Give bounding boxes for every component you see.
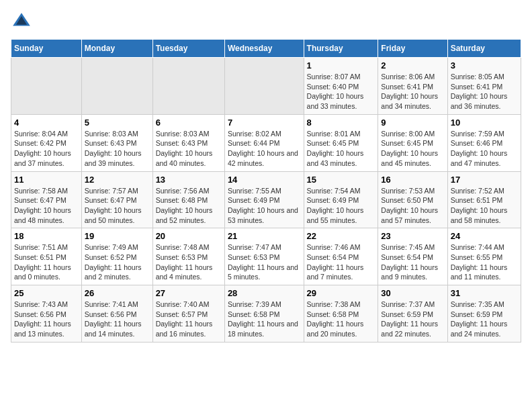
date-number: 10 (451, 118, 518, 128)
date-number: 18 (14, 231, 79, 241)
calendar-cell: 11Sunrise: 7:58 AMSunset: 6:47 PMDayligh… (11, 171, 82, 228)
cell-info: Sunrise: 7:40 AMSunset: 6:57 PMDaylight:… (156, 300, 213, 338)
cell-info: Sunrise: 7:56 AMSunset: 6:48 PMDaylight:… (156, 187, 213, 224)
date-number: 5 (85, 118, 150, 128)
day-header: Tuesday (152, 40, 224, 58)
calendar-cell: 18Sunrise: 7:51 AMSunset: 6:51 PMDayligh… (11, 228, 82, 285)
cell-info: Sunrise: 8:03 AMSunset: 6:43 PMDaylight:… (156, 130, 213, 167)
cell-info: Sunrise: 7:57 AMSunset: 6:47 PMDaylight:… (85, 187, 142, 224)
cell-info: Sunrise: 8:07 AMSunset: 6:40 PMDaylight:… (307, 73, 364, 110)
date-number: 2 (381, 60, 444, 71)
cell-info: Sunrise: 7:35 AMSunset: 6:59 PMDaylight:… (451, 300, 508, 338)
calendar-cell (11, 58, 82, 115)
date-number: 15 (307, 175, 375, 185)
header (11, 11, 521, 32)
cell-info: Sunrise: 7:52 AMSunset: 6:51 PMDaylight:… (451, 187, 508, 224)
date-number: 3 (451, 60, 518, 71)
cell-info: Sunrise: 8:05 AMSunset: 6:41 PMDaylight:… (451, 73, 508, 110)
cell-info: Sunrise: 8:01 AMSunset: 6:45 PMDaylight:… (307, 130, 364, 167)
calendar-cell: 29Sunrise: 7:38 AMSunset: 6:58 PMDayligh… (304, 285, 378, 342)
date-number: 28 (228, 288, 301, 298)
cell-info: Sunrise: 7:49 AMSunset: 6:52 PMDaylight:… (85, 243, 142, 281)
calendar-week-row: 4Sunrise: 8:04 AMSunset: 6:42 PMDaylight… (11, 114, 521, 171)
calendar-cell: 7Sunrise: 8:02 AMSunset: 6:44 PMDaylight… (224, 114, 304, 171)
calendar-cell: 26Sunrise: 7:41 AMSunset: 6:56 PMDayligh… (81, 285, 152, 342)
calendar-week-row: 11Sunrise: 7:58 AMSunset: 6:47 PMDayligh… (11, 171, 521, 228)
calendar-cell: 30Sunrise: 7:37 AMSunset: 6:59 PMDayligh… (378, 285, 447, 342)
calendar-cell: 28Sunrise: 7:39 AMSunset: 6:58 PMDayligh… (224, 285, 304, 342)
calendar-cell: 4Sunrise: 8:04 AMSunset: 6:42 PMDaylight… (11, 114, 82, 171)
date-number: 11 (14, 175, 79, 185)
cell-info: Sunrise: 7:54 AMSunset: 6:49 PMDaylight:… (307, 187, 364, 224)
cell-info: Sunrise: 7:46 AMSunset: 6:54 PMDaylight:… (307, 243, 364, 281)
calendar-cell: 20Sunrise: 7:48 AMSunset: 6:53 PMDayligh… (152, 228, 224, 285)
date-number: 1 (307, 60, 375, 71)
date-number: 25 (14, 288, 79, 298)
calendar-cell: 9Sunrise: 8:00 AMSunset: 6:45 PMDaylight… (378, 114, 447, 171)
cell-info: Sunrise: 7:58 AMSunset: 6:47 PMDaylight:… (14, 187, 71, 224)
cell-info: Sunrise: 8:04 AMSunset: 6:42 PMDaylight:… (14, 130, 71, 167)
cell-info: Sunrise: 7:44 AMSunset: 6:55 PMDaylight:… (451, 243, 508, 281)
date-number: 7 (228, 118, 301, 128)
calendar-table: SundayMondayTuesdayWednesdayThursdayFrid… (11, 39, 521, 342)
cell-info: Sunrise: 8:03 AMSunset: 6:43 PMDaylight:… (85, 130, 142, 167)
date-number: 27 (156, 288, 222, 298)
date-number: 17 (451, 175, 518, 185)
cell-info: Sunrise: 7:41 AMSunset: 6:56 PMDaylight:… (85, 300, 142, 338)
calendar-week-row: 1Sunrise: 8:07 AMSunset: 6:40 PMDaylight… (11, 58, 521, 115)
date-number: 26 (85, 288, 150, 298)
date-number: 13 (156, 175, 222, 185)
date-number: 14 (228, 175, 301, 185)
calendar-cell: 1Sunrise: 8:07 AMSunset: 6:40 PMDaylight… (304, 58, 378, 115)
date-number: 29 (307, 288, 375, 298)
calendar-cell: 16Sunrise: 7:53 AMSunset: 6:50 PMDayligh… (378, 171, 447, 228)
calendar-week-row: 18Sunrise: 7:51 AMSunset: 6:51 PMDayligh… (11, 228, 521, 285)
calendar-cell: 19Sunrise: 7:49 AMSunset: 6:52 PMDayligh… (81, 228, 152, 285)
cell-info: Sunrise: 7:39 AMSunset: 6:58 PMDaylight:… (228, 300, 298, 338)
cell-info: Sunrise: 8:02 AMSunset: 6:44 PMDaylight:… (228, 130, 298, 167)
calendar-cell: 31Sunrise: 7:35 AMSunset: 6:59 PMDayligh… (447, 285, 521, 342)
cell-info: Sunrise: 8:06 AMSunset: 6:41 PMDaylight:… (381, 73, 438, 110)
date-number: 8 (307, 118, 375, 128)
calendar-cell (152, 58, 224, 115)
calendar-cell: 13Sunrise: 7:56 AMSunset: 6:48 PMDayligh… (152, 171, 224, 228)
calendar-cell (224, 58, 304, 115)
day-header: Sunday (11, 40, 82, 58)
calendar-cell: 23Sunrise: 7:45 AMSunset: 6:54 PMDayligh… (378, 228, 447, 285)
cell-info: Sunrise: 8:00 AMSunset: 6:45 PMDaylight:… (381, 130, 438, 167)
cell-info: Sunrise: 7:53 AMSunset: 6:50 PMDaylight:… (381, 187, 438, 224)
calendar-cell: 14Sunrise: 7:55 AMSunset: 6:49 PMDayligh… (224, 171, 304, 228)
date-number: 23 (381, 231, 444, 241)
date-number: 19 (85, 231, 150, 241)
calendar-cell: 6Sunrise: 8:03 AMSunset: 6:43 PMDaylight… (152, 114, 224, 171)
cell-info: Sunrise: 7:59 AMSunset: 6:46 PMDaylight:… (451, 130, 508, 167)
calendar-cell: 2Sunrise: 8:06 AMSunset: 6:41 PMDaylight… (378, 58, 447, 115)
date-number: 31 (451, 288, 518, 298)
cell-info: Sunrise: 7:43 AMSunset: 6:56 PMDaylight:… (14, 300, 71, 338)
cell-info: Sunrise: 7:37 AMSunset: 6:59 PMDaylight:… (381, 300, 438, 338)
calendar-week-row: 25Sunrise: 7:43 AMSunset: 6:56 PMDayligh… (11, 285, 521, 342)
date-number: 4 (14, 118, 79, 128)
date-number: 9 (381, 118, 444, 128)
date-number: 22 (307, 231, 375, 241)
date-number: 16 (381, 175, 444, 185)
calendar-cell: 24Sunrise: 7:44 AMSunset: 6:55 PMDayligh… (447, 228, 521, 285)
calendar-cell: 15Sunrise: 7:54 AMSunset: 6:49 PMDayligh… (304, 171, 378, 228)
day-header: Wednesday (224, 40, 304, 58)
cell-info: Sunrise: 7:38 AMSunset: 6:58 PMDaylight:… (307, 300, 364, 338)
calendar-cell: 25Sunrise: 7:43 AMSunset: 6:56 PMDayligh… (11, 285, 82, 342)
logo-icon (11, 11, 32, 32)
calendar-cell: 27Sunrise: 7:40 AMSunset: 6:57 PMDayligh… (152, 285, 224, 342)
day-header: Thursday (304, 40, 378, 58)
date-number: 24 (451, 231, 518, 241)
cell-info: Sunrise: 7:47 AMSunset: 6:53 PMDaylight:… (228, 243, 298, 281)
date-number: 12 (85, 175, 150, 185)
date-number: 30 (381, 288, 444, 298)
day-header: Friday (378, 40, 447, 58)
calendar-cell (81, 58, 152, 115)
date-number: 21 (228, 231, 301, 241)
date-number: 6 (156, 118, 222, 128)
cell-info: Sunrise: 7:51 AMSunset: 6:51 PMDaylight:… (14, 243, 71, 281)
cell-info: Sunrise: 7:48 AMSunset: 6:53 PMDaylight:… (156, 243, 213, 281)
calendar-cell: 3Sunrise: 8:05 AMSunset: 6:41 PMDaylight… (447, 58, 521, 115)
